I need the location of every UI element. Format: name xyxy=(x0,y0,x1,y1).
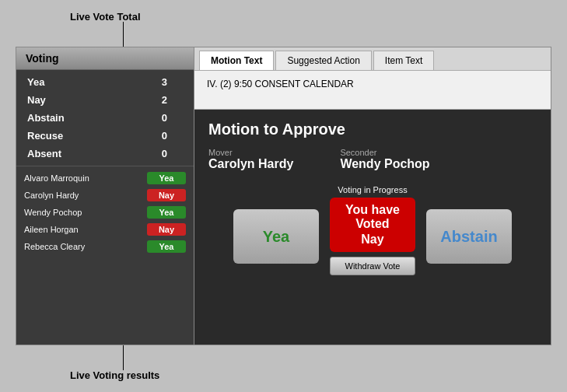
tab-motion-text[interactable]: Motion Text xyxy=(199,51,274,70)
seconder-label: Seconder xyxy=(340,148,429,157)
tab-suggested-action[interactable]: Suggested Action xyxy=(275,51,371,70)
tab-item-text[interactable]: Item Text xyxy=(373,51,434,70)
motion-title: Motion to Approve xyxy=(208,121,537,138)
table-row: Wendy Pochop Yea xyxy=(16,204,194,221)
vote-totals: Yea 3 Nay 2 Abstain 0 Recuse 0 Absent 0 xyxy=(16,70,194,166)
table-row: Rebecca Cleary Yea xyxy=(16,238,194,255)
right-panel: Motion Text Suggested Action Item Text I… xyxy=(194,47,551,345)
mover-block: Mover Carolyn Hardy xyxy=(208,148,293,171)
member-name: Alvaro Marroquin xyxy=(24,173,89,183)
live-vote-total-label: Live Vote Total xyxy=(70,11,141,23)
voted-nay-line1: You have Voted xyxy=(330,203,415,231)
recuse-count: 0 xyxy=(162,130,167,142)
yea-label: Yea xyxy=(27,76,44,88)
nay-total-row: Nay 2 xyxy=(16,91,194,109)
content-area: IV. (2) 9:50 CONSENT CALENDAR xyxy=(194,71,551,110)
member-name: Wendy Pochop xyxy=(24,208,82,217)
recuse-total-row: Recuse 0 xyxy=(16,127,194,145)
table-row: Carolyn Hardy Nay xyxy=(16,187,194,204)
mover-label: Mover xyxy=(208,148,293,157)
table-row: Aileen Horgan Nay xyxy=(16,221,194,238)
vote-badge: Yea xyxy=(147,206,186,219)
recuse-label: Recuse xyxy=(27,130,63,142)
seconder-name: Wendy Pochop xyxy=(340,157,429,171)
nay-count: 2 xyxy=(162,94,167,106)
vote-badge: Yea xyxy=(147,240,186,253)
voting-header: Voting xyxy=(16,47,194,70)
nay-column: You have Voted Nay Withdraw Vote xyxy=(330,198,415,275)
voting-in-progress-label: Voting in Progress xyxy=(338,185,407,194)
abstain-total-row: Abstain 0 xyxy=(16,109,194,127)
mover-seconder-row: Mover Carolyn Hardy Seconder Wendy Pocho… xyxy=(208,148,537,171)
table-row: Alvaro Marroquin Yea xyxy=(16,170,194,187)
content-item: IV. (2) 9:50 CONSENT CALENDAR xyxy=(207,79,538,89)
absent-count: 0 xyxy=(162,148,167,159)
abstain-button[interactable]: Abstain xyxy=(426,209,512,264)
yea-count: 3 xyxy=(162,76,167,88)
member-list: Alvaro Marroquin Yea Carolyn Hardy Nay W… xyxy=(16,166,194,258)
voting-panel: Voting Yea 3 Nay 2 Abstain 0 Recuse 0 Ab… xyxy=(16,47,194,345)
nay-label: Nay xyxy=(27,94,46,106)
member-name: Aileen Horgan xyxy=(24,225,79,234)
mover-name: Carolyn Hardy xyxy=(208,157,293,171)
vote-badge: Yea xyxy=(147,172,186,184)
main-container: Voting Yea 3 Nay 2 Abstain 0 Recuse 0 Ab… xyxy=(16,47,551,345)
voting-action-area: Motion to Approve Mover Carolyn Hardy Se… xyxy=(194,110,551,345)
absent-total-row: Absent 0 xyxy=(16,145,194,163)
absent-label: Absent xyxy=(27,148,61,159)
member-name: Carolyn Hardy xyxy=(24,191,79,200)
yea-button[interactable]: Yea xyxy=(233,209,319,264)
abstain-count: 0 xyxy=(162,112,167,124)
member-name: Rebecca Cleary xyxy=(24,242,85,251)
abstain-label: Abstain xyxy=(27,112,65,124)
vote-badge: Nay xyxy=(147,223,186,236)
live-voting-results-label: Live Voting results xyxy=(70,369,159,381)
withdraw-vote-button[interactable]: Withdraw Vote xyxy=(330,257,415,275)
voted-nay-line2: Nay xyxy=(361,233,383,247)
nay-voted-button[interactable]: You have Voted Nay xyxy=(330,198,415,252)
vote-buttons-area: Yea You have Voted Nay Withdraw Vote Abs… xyxy=(233,198,512,275)
tab-bar: Motion Text Suggested Action Item Text xyxy=(194,47,551,71)
vote-badge: Nay xyxy=(147,189,186,201)
vote-buttons-wrapper: Voting in Progress Yea You have Voted Na… xyxy=(208,185,537,275)
yea-total-row: Yea 3 xyxy=(16,73,194,91)
seconder-block: Seconder Wendy Pochop xyxy=(340,148,429,171)
